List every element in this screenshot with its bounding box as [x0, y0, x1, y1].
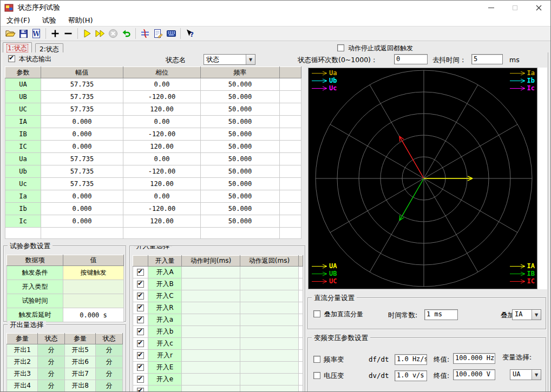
- maximize-button[interactable]: [503, 1, 527, 15]
- action-time-cell[interactable]: [182, 326, 240, 338]
- value-cell[interactable]: 按键触发: [63, 266, 124, 280]
- amplitude-cell[interactable]: 0.000: [41, 215, 123, 228]
- frequency-cell[interactable]: 50.000: [201, 141, 280, 153]
- frequency-cell[interactable]: 50.000: [201, 116, 280, 128]
- action-return-cell[interactable]: [240, 350, 299, 362]
- final-value-input[interactable]: 100.000 Hz: [453, 353, 495, 364]
- action-return-cell[interactable]: [240, 290, 299, 302]
- remove-state-button[interactable]: [62, 28, 75, 39]
- frequency-cell[interactable]: 50.000: [201, 203, 280, 215]
- fast-run-button[interactable]: [94, 28, 107, 39]
- dc-superpose-checkbox[interactable]: 叠加直流分量: [313, 310, 363, 319]
- input-enable-cell[interactable]: ✔: [133, 374, 148, 386]
- stop-button[interactable]: [107, 28, 120, 39]
- input-enable-cell[interactable]: ✔: [133, 362, 148, 374]
- output-state-cell[interactable]: 分: [38, 380, 65, 392]
- phase-cell[interactable]: 0.00: [123, 190, 201, 203]
- action-return-cell[interactable]: [240, 362, 299, 374]
- input-enable-cell[interactable]: ✔: [133, 278, 148, 290]
- export-word-button[interactable]: W: [30, 28, 43, 39]
- action-return-cell[interactable]: [240, 278, 299, 290]
- phase-cell[interactable]: -120.00: [123, 91, 201, 103]
- tab-state-1[interactable]: 1:状态: [3, 42, 32, 52]
- save-button[interactable]: [17, 28, 30, 39]
- trigger-on-stop-checkbox[interactable]: 动作停止或返回都触发: [337, 44, 413, 53]
- input-enable-cell[interactable]: ✔: [133, 338, 148, 350]
- frequency-cell[interactable]: 50.000: [201, 103, 280, 116]
- action-return-cell[interactable]: [240, 267, 299, 278]
- value-cell[interactable]: 0.000 s: [63, 308, 124, 322]
- state-output-checkbox[interactable]: ✔本状态输出: [8, 55, 51, 64]
- input-enable-cell[interactable]: ✔: [133, 267, 148, 278]
- output-state-cell[interactable]: 分: [38, 356, 65, 368]
- value-cell[interactable]: [63, 294, 124, 308]
- action-time-cell[interactable]: [182, 374, 240, 386]
- phase-cell[interactable]: -120.00: [123, 128, 201, 141]
- output-state-cell[interactable]: 分: [96, 368, 123, 380]
- start-button[interactable]: [81, 28, 94, 39]
- action-time-cell[interactable]: [182, 302, 240, 314]
- menu-test[interactable]: 试验: [36, 16, 62, 25]
- tab-state-2[interactable]: 2:状态: [35, 43, 63, 52]
- menu-file[interactable]: 文件(F): [1, 16, 36, 25]
- phase-cell[interactable]: 120.00: [123, 215, 201, 228]
- action-return-cell[interactable]: [240, 374, 299, 386]
- output-state-cell[interactable]: 分: [96, 356, 123, 368]
- phase-cell[interactable]: 0.00: [123, 78, 201, 91]
- output-state-cell[interactable]: 分: [96, 380, 123, 392]
- frequency-cell[interactable]: 50.000: [201, 128, 280, 141]
- phase-cell[interactable]: 120.00: [123, 178, 201, 190]
- state-name-select[interactable]: 状态 ▼: [204, 54, 255, 65]
- amplitude-cell[interactable]: 57.735: [41, 91, 123, 103]
- output-state-cell[interactable]: 分: [38, 344, 65, 356]
- amplitude-cell[interactable]: 0.000: [41, 190, 123, 203]
- debounce-input[interactable]: 5: [471, 54, 503, 64]
- input-enable-cell[interactable]: ✔: [133, 350, 148, 362]
- value-cell[interactable]: [63, 280, 124, 294]
- output-state-cell[interactable]: 分: [96, 344, 123, 356]
- add-state-button[interactable]: [49, 28, 62, 39]
- undo-button[interactable]: [120, 28, 133, 39]
- action-time-cell[interactable]: [182, 362, 240, 374]
- output-state-cell[interactable]: 分: [38, 368, 65, 380]
- input-enable-cell[interactable]: ✔: [133, 386, 148, 392]
- input-enable-cell[interactable]: ✔: [133, 314, 148, 326]
- action-return-cell[interactable]: [240, 314, 299, 326]
- vf-enable-checkbox[interactable]: [313, 372, 320, 380]
- amplitude-cell[interactable]: 57.735: [41, 103, 123, 116]
- time-constant-input[interactable]: 1 ms: [424, 309, 458, 320]
- frequency-cell[interactable]: 50.000: [201, 78, 280, 91]
- frequency-cell[interactable]: 50.000: [201, 215, 280, 228]
- variable-select[interactable]: UA ▼: [510, 369, 541, 380]
- rate-input[interactable]: 1.0 Hz/s: [395, 354, 427, 365]
- superpose-phase-select[interactable]: IA ▼: [512, 309, 541, 320]
- action-time-cell[interactable]: [182, 314, 240, 326]
- amplitude-cell[interactable]: 57.735: [41, 165, 123, 178]
- input-enable-cell[interactable]: ✔: [133, 326, 148, 338]
- amplitude-cell[interactable]: 0.000: [41, 203, 123, 215]
- report-button[interactable]: [152, 28, 165, 39]
- phase-cell[interactable]: 0.00: [123, 153, 201, 165]
- minimize-button[interactable]: [479, 1, 503, 15]
- amplitude-cell[interactable]: 57.735: [41, 153, 123, 165]
- phase-cell[interactable]: 120.00: [123, 141, 201, 153]
- phase-cell[interactable]: 0.00: [123, 116, 201, 128]
- context-help-button[interactable]: ?: [183, 28, 196, 39]
- soft-keyboard-button[interactable]: [165, 28, 178, 39]
- action-time-cell[interactable]: [182, 278, 240, 290]
- frequency-cell[interactable]: 50.000: [201, 190, 280, 203]
- action-return-cell[interactable]: [240, 326, 299, 338]
- action-return-cell[interactable]: [240, 338, 299, 350]
- phase-cell[interactable]: -120.00: [123, 165, 201, 178]
- amplitude-cell[interactable]: 0.000: [41, 128, 123, 141]
- amplitude-cell[interactable]: 57.735: [41, 178, 123, 190]
- action-time-cell[interactable]: [182, 386, 240, 392]
- action-time-cell[interactable]: [182, 338, 240, 350]
- amplitude-cell[interactable]: 57.735: [41, 78, 123, 91]
- action-time-cell[interactable]: [182, 350, 240, 362]
- action-return-cell[interactable]: [240, 302, 299, 314]
- close-button[interactable]: [527, 1, 550, 15]
- final-value-input[interactable]: 100.000 V: [453, 369, 495, 380]
- frequency-cell[interactable]: 50.000: [201, 91, 280, 103]
- open-button[interactable]: [4, 28, 17, 39]
